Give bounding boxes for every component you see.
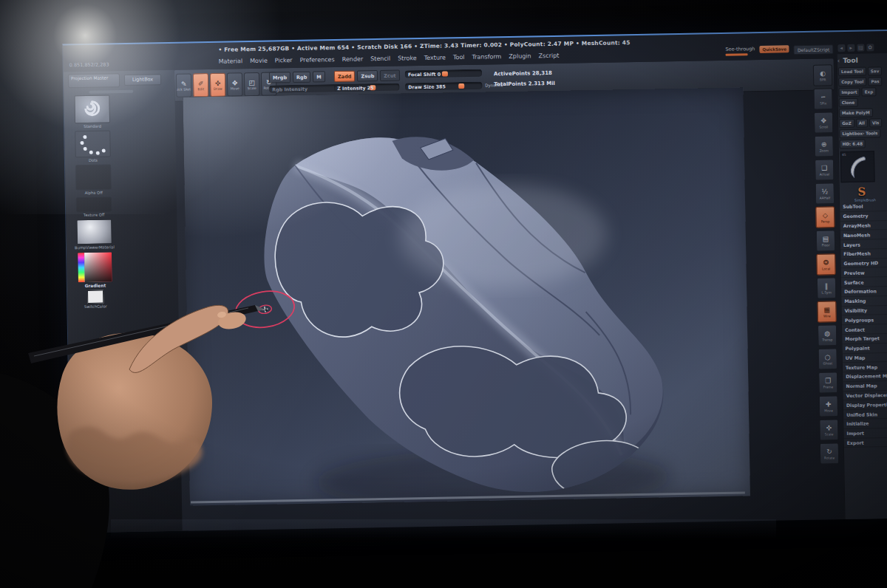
tool-palette-header[interactable]: ‹ Tool — [837, 53, 887, 67]
z-intensity-slider[interactable]: Z Intensity 25 — [334, 83, 399, 92]
right-shelf-button[interactable]: ○ Ghost — [818, 348, 838, 369]
tool-palette-button[interactable]: Import — [838, 88, 860, 98]
shelf-icon[interactable]: ▤ — [857, 44, 864, 52]
subpalette-header[interactable]: Morph Target — [842, 334, 887, 344]
focal-shift-nub[interactable] — [442, 71, 448, 76]
gradient-toggle-label[interactable]: Gradient — [85, 284, 106, 288]
menu-item[interactable]: Stencil — [370, 55, 390, 62]
subpalette-header[interactable]: NanoMesh — [840, 230, 887, 240]
subpalette-header[interactable]: Polygroups — [842, 315, 887, 325]
subpalette-header[interactable]: Visibility — [842, 306, 887, 316]
menu-item[interactable]: Picker — [275, 57, 293, 64]
focal-shift-slider[interactable]: Focal Shift 0 — [405, 69, 482, 78]
mode-button[interactable]: ✐ Edit — [193, 73, 209, 97]
right-shelf-button[interactable]: ✚ Move — [819, 395, 839, 417]
menu-item[interactable]: Preferences — [300, 56, 335, 64]
current-color-swatch[interactable] — [87, 290, 103, 304]
paint-mode-button[interactable]: Mrgb — [269, 72, 290, 83]
menu-item[interactable]: Texture — [424, 54, 446, 61]
tool-palette-button[interactable]: Sav — [868, 66, 883, 75]
subpalette-header[interactable]: Import — [843, 428, 887, 439]
tool-palette-button[interactable]: Exp — [862, 87, 877, 96]
current-texture-thumbnail[interactable] — [76, 196, 112, 212]
mode-button[interactable]: ✜ Draw — [210, 73, 226, 97]
right-shelf-button[interactable]: ┉ SPix — [813, 88, 833, 109]
current-alpha-thumbnail[interactable] — [75, 164, 112, 190]
saturation-square[interactable] — [84, 252, 112, 282]
right-shelf-button[interactable]: ▦ Wire — [817, 301, 837, 322]
tool-palette-button[interactable]: GoZ — [839, 119, 854, 128]
subpalette-header[interactable]: Preview — [841, 267, 887, 278]
paint-mode-button[interactable]: M — [313, 71, 325, 82]
subpalette-header[interactable]: Normal Map — [843, 381, 887, 392]
current-brush-thumbnail[interactable] — [74, 95, 110, 123]
right-shelf-button[interactable]: ❏ Actual — [815, 159, 835, 180]
right-shelf-button[interactable]: ½ AAHalf — [815, 182, 835, 204]
tool-palette-button[interactable]: Make PolyM — [839, 108, 873, 117]
menu-item[interactable]: Zplugin — [509, 52, 531, 60]
mode-button[interactable]: ✥ Move — [227, 72, 243, 96]
right-shelf-button[interactable]: ▤ Floor — [816, 230, 836, 251]
subpalette-header[interactable]: Geometry — [840, 211, 887, 222]
subpalette-header[interactable]: Display Properties — [843, 400, 887, 410]
menu-item[interactable]: Tool — [453, 54, 465, 61]
subpalette-header[interactable]: Polypaint — [842, 343, 887, 354]
sculpt-mode-button[interactable]: Zsub — [357, 70, 378, 81]
active-tool-thumbnail[interactable]: 45 — [840, 151, 875, 182]
color-picker[interactable] — [77, 251, 113, 283]
subpalette-header[interactable]: Geometry HD — [840, 259, 887, 269]
see-through-slider-track[interactable] — [726, 53, 748, 56]
lightbox-button[interactable]: LightBox — [124, 74, 161, 86]
subpalette-header[interactable]: Deformation — [841, 287, 887, 297]
paint-mode-button[interactable]: Rgb — [293, 72, 311, 83]
menu-item[interactable]: Stroke — [398, 55, 417, 61]
sculpt-mode-button[interactable]: Zadd — [334, 71, 356, 82]
tool-palette-button[interactable]: Clone — [839, 98, 858, 107]
right-shelf-button[interactable]: ◐ BPR — [813, 64, 833, 86]
right-shelf-button[interactable]: ⊕ Zoom — [814, 135, 834, 157]
shelf-icon[interactable]: ▸ — [847, 44, 854, 52]
shelf-icon[interactable]: ✿ — [866, 44, 874, 51]
see-through-slider[interactable]: See-through — [725, 46, 755, 56]
quicksave-button[interactable]: QuickSave — [759, 45, 789, 53]
switch-color-label[interactable]: SwitchColor — [84, 304, 107, 309]
draw-size-slider[interactable]: Draw Size 385 — [405, 82, 482, 91]
tool-palette-button[interactable]: Pas — [868, 77, 882, 86]
right-shelf-button[interactable]: ❂ Local — [816, 253, 836, 275]
menu-item[interactable]: Zscript — [538, 52, 559, 59]
current-material-thumbnail[interactable] — [76, 219, 112, 245]
subpalette-header[interactable]: UV Map — [843, 352, 887, 363]
menu-item[interactable]: Render — [342, 55, 364, 62]
shelf-icon[interactable]: ◂ — [837, 44, 845, 52]
tool-palette-button[interactable]: Copy Tool — [838, 78, 866, 87]
document-canvas[interactable] — [183, 87, 750, 505]
subpalette-header[interactable]: SubTool — [840, 202, 887, 212]
mode-button[interactable]: ◰ Scale — [244, 72, 260, 96]
right-shelf-button[interactable]: ↻ Rotate — [820, 442, 840, 464]
draw-size-nub[interactable] — [458, 83, 464, 89]
tool-palette-button[interactable]: All — [856, 118, 868, 127]
collapse-arrow-icon[interactable]: ‹ — [837, 57, 840, 64]
subpalette-header[interactable]: Initialize — [843, 419, 887, 429]
right-shelf-button[interactable]: ✜ Scale — [819, 419, 839, 440]
default-zscript-button[interactable]: DefaultZScript — [794, 44, 834, 55]
menu-item[interactable]: Transform — [472, 53, 501, 61]
subpalette-header[interactable]: Masking — [841, 296, 887, 307]
current-stroke-thumbnail[interactable] — [75, 130, 111, 157]
right-shelf-button[interactable]: ✥ Scroll — [814, 112, 834, 133]
subpalette-header[interactable]: Export — [844, 437, 887, 448]
lightbox-pull-bar[interactable] — [89, 90, 133, 94]
projection-master-button[interactable]: Projection Master — [68, 73, 120, 88]
right-shelf-button[interactable]: ◍ Transp — [818, 324, 837, 346]
subpalette-header[interactable]: Layers — [840, 239, 887, 250]
right-shelf-button[interactable]: ∥ L.Sym — [817, 277, 837, 298]
subpalette-header[interactable]: Contact — [842, 324, 887, 335]
subpalette-header[interactable]: ArrayMesh — [840, 221, 887, 231]
subpalette-header[interactable]: Vector Displacement — [843, 391, 887, 401]
recent-tool-simplebrush[interactable]: S SimpleBrush — [854, 185, 869, 202]
menu-item[interactable]: Material — [219, 58, 243, 65]
subpalette-header[interactable]: Surface — [841, 277, 887, 287]
mode-button[interactable]: ✎ Quick Sketch — [176, 73, 192, 97]
menu-item[interactable]: Movie — [250, 58, 268, 64]
tool-palette-button[interactable]: Load Tool — [838, 67, 866, 77]
